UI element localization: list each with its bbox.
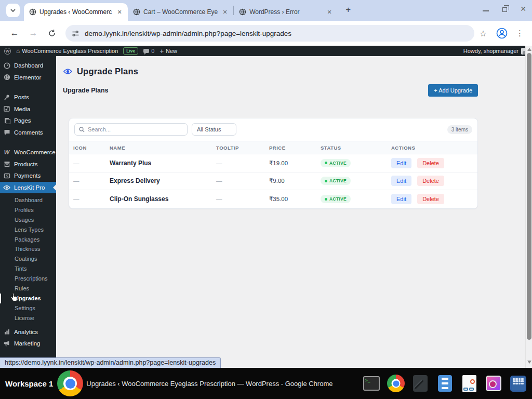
tab-upgrades[interactable]: Upgrades ‹ WooCommerc ✕ [24, 3, 128, 21]
scroll-down-arrow-icon[interactable] [527, 361, 531, 364]
site-info-icon[interactable] [72, 30, 79, 37]
my-account-menu[interactable]: Howdy, shopmanager [463, 48, 528, 55]
edit-button[interactable]: Edit [391, 176, 411, 186]
sidebar-submenu-item[interactable]: Profiles [0, 205, 56, 215]
new-content-menu[interactable]: + New [159, 47, 177, 55]
new-tab-button[interactable]: + [342, 4, 354, 16]
sidebar-submenu-item[interactable]: Coatings [0, 254, 56, 264]
page-scrollbar[interactable] [525, 46, 532, 368]
document-viewer-icon[interactable] [459, 373, 479, 394]
comment-bubble-icon [143, 49, 149, 53]
delete-button[interactable]: Delete [417, 158, 444, 168]
edit-button[interactable]: Edit [391, 158, 411, 168]
sidebar-item-lenskit-pro[interactable]: LensKit Pro [0, 182, 56, 194]
sidebar-item-products[interactable]: Products [0, 158, 56, 170]
desktop-taskbar: Workspace 1 Upgrades ‹ WooCommerce Eyegl… [0, 368, 532, 399]
sidebar-item-woocommerce[interactable]: W WooCommerce [0, 147, 56, 158]
sidebar-item-media[interactable]: Media [0, 103, 56, 115]
sidebar-submenu-item[interactable]: License [0, 313, 56, 323]
table-header: ICON NAME TOOLTIP PRICE STATUS ACTIONS [69, 141, 477, 154]
eye-icon [3, 184, 10, 191]
sidebar-item-pages[interactable]: Pages [0, 115, 56, 127]
tab-close-icon[interactable]: ✕ [115, 8, 124, 16]
cell-icon: — [69, 196, 105, 202]
column-price: PRICE [265, 145, 316, 151]
close-button[interactable]: ✕ [520, 5, 527, 12]
image-viewer-icon[interactable] [484, 373, 503, 394]
minimize-button[interactable] [482, 5, 489, 12]
sidebar-item-posts[interactable]: Posts [0, 91, 56, 103]
link-status-tooltip: https://demo.lyynk.in/lenskit/wp-admin/a… [0, 357, 221, 368]
reload-button[interactable] [45, 26, 59, 41]
delete-button[interactable]: Delete [417, 176, 444, 186]
sidebar-submenu-item[interactable]: Tints [0, 264, 56, 274]
search-input[interactable] [88, 126, 183, 132]
payments-icon: $ [3, 172, 10, 179]
sidebar-item-marketing[interactable]: Marketing [0, 338, 56, 350]
status-filter-select[interactable]: All Status [192, 123, 236, 136]
terminal-icon[interactable]: >_ [362, 373, 381, 394]
cell-actions: Edit Delete [387, 158, 477, 168]
table-body: — Warranty Plus — ₹19.00 ACTIVE Edit Del… [69, 154, 477, 208]
window-controls: ✕ [482, 5, 527, 12]
address-bar[interactable]: demo.lyynk.in/lenskit/wp-admin/admin.php… [65, 25, 474, 42]
tab-cart[interactable]: Cart – WooCommerce Eye ✕ [128, 3, 233, 21]
bar-chart-icon [3, 328, 10, 335]
sidebar-item-elementor[interactable]: Elementor [0, 72, 56, 84]
sidebar-submenu-item[interactable]: Thickness [0, 244, 56, 254]
cell-actions: Edit Delete [387, 176, 477, 186]
cell-status: ACTIVE [316, 195, 387, 203]
sidebar-submenu-item[interactable]: Rules [0, 284, 56, 294]
wp-logo-menu[interactable]: W [4, 48, 11, 55]
forward-button[interactable]: → [26, 26, 41, 41]
status-badge: ACTIVE [321, 159, 351, 167]
wordpress-logo-icon: W [4, 48, 11, 55]
cell-status: ACTIVE [316, 177, 387, 185]
chrome-icon[interactable] [386, 373, 406, 394]
tab-close-icon[interactable]: ✕ [325, 8, 334, 16]
workspace-label[interactable]: Workspace 1 [5, 379, 53, 388]
edit-button[interactable]: Edit [391, 194, 411, 204]
browser-toolbar: ← → demo.lyynk.in/lenskit/wp-admin/admin… [0, 21, 532, 46]
column-tooltip: TOOLTIP [212, 145, 265, 151]
restore-button[interactable] [501, 5, 508, 12]
url-text[interactable]: demo.lyynk.in/lenskit/wp-admin/admin.php… [85, 30, 291, 37]
reload-icon [48, 29, 56, 37]
active-window-title[interactable]: Upgrades ‹ WooCommerce Eyeglass Prescrip… [86, 380, 332, 388]
comments-menu[interactable]: 0 [143, 48, 154, 54]
sidebar-submenu-item[interactable]: Upgrades [0, 294, 56, 303]
menu-separator [0, 83, 56, 91]
chrome-window-icon[interactable] [57, 370, 83, 396]
pages-icon [3, 117, 10, 124]
sidebar-submenu-item[interactable]: Prescriptions [0, 274, 56, 284]
sidebar-submenu-item[interactable]: Packages [0, 235, 56, 245]
tab-close-icon[interactable]: ✕ [221, 8, 229, 16]
chrome-menu-icon[interactable]: ⋮ [516, 29, 524, 38]
table-row: — Warranty Plus — ₹19.00 ACTIVE Edit Del… [69, 154, 477, 172]
scrollbar-thumb[interactable] [527, 53, 531, 340]
file-cabinet-icon[interactable] [435, 373, 455, 394]
cell-name: Clip-On Sunglasses [105, 195, 212, 203]
sidebar-submenu-item[interactable]: Lens Types [0, 225, 56, 235]
sidebar-item-dashboard[interactable]: Dashboard [0, 60, 56, 72]
calculator-icon[interactable] [508, 373, 528, 394]
tab-search-button[interactable] [6, 4, 20, 17]
text-editor-icon[interactable] [410, 373, 430, 394]
sidebar-submenu-item[interactable]: Usages [0, 215, 56, 225]
section-title: Upgrade Plans [63, 87, 109, 94]
scroll-up-arrow-icon[interactable] [527, 48, 531, 51]
sidebar-submenu-item[interactable]: Settings [0, 303, 56, 313]
sidebar-item-analytics[interactable]: Analytics [0, 326, 56, 338]
add-upgrade-button[interactable]: + Add Upgrade [428, 84, 478, 97]
profile-avatar-icon[interactable] [496, 28, 508, 39]
eye-icon [63, 68, 72, 75]
sidebar-submenu-item[interactable]: Dashboard [0, 195, 56, 205]
delete-button[interactable]: Delete [417, 194, 444, 204]
sidebar-item-comments[interactable]: Comments [0, 127, 56, 139]
search-box[interactable] [74, 123, 188, 136]
site-name-link[interactable]: ⌂ WooCommerce Eyeglass Prescription [16, 47, 118, 55]
tab-wordpress-error[interactable]: WordPress › Error ✕ [234, 3, 338, 21]
sidebar-item-payments[interactable]: $ Payments [0, 170, 56, 182]
bookmark-star-icon[interactable]: ☆ [480, 29, 487, 38]
back-button[interactable]: ← [7, 26, 22, 41]
